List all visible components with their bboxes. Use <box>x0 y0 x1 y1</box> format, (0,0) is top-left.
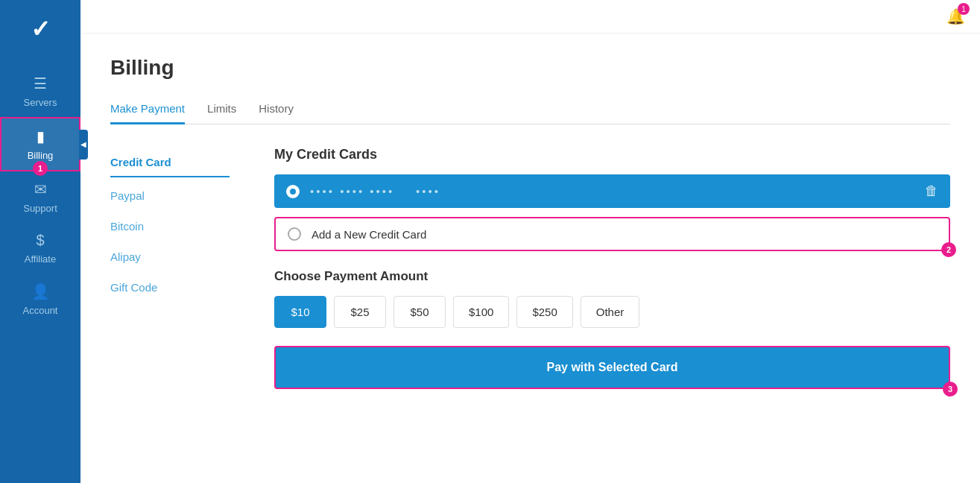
sidebar-item-label: Account <box>23 305 58 316</box>
amount-btn-25[interactable]: $25 <box>334 296 386 328</box>
amount-btn-50[interactable]: $50 <box>393 296 446 328</box>
amount-btn-100[interactable]: $100 <box>453 296 509 328</box>
account-icon: 👤 <box>31 282 50 300</box>
pay-button[interactable]: Pay with Selected Card <box>274 346 950 389</box>
sidebar-item-label: Servers <box>24 97 57 108</box>
payment-method-gift-code[interactable]: Gift Code <box>110 272 230 303</box>
add-card-badge: 2 <box>941 242 956 257</box>
amount-btn-10[interactable]: $10 <box>274 296 326 328</box>
payment-method-bitcoin[interactable]: Bitcoin <box>110 211 230 242</box>
tab-history[interactable]: History <box>259 95 294 124</box>
sidebar-item-support[interactable]: ✉ Support <box>0 171 80 223</box>
topbar: 🔔 1 <box>80 0 980 34</box>
billing-icon: ▮ <box>37 127 45 145</box>
main-content: 🔔 1 Billing Make Payment Limits History … <box>80 0 980 483</box>
tab-make-payment[interactable]: Make Payment <box>110 95 185 124</box>
logo: ✓ <box>23 7 58 51</box>
tabs: Make Payment Limits History <box>110 95 950 124</box>
add-card-radio <box>288 227 301 241</box>
sidebar-collapse-arrow[interactable]: ◀ <box>79 130 88 160</box>
pay-badge: 3 <box>943 382 958 397</box>
sidebar-item-billing[interactable]: ▮ Billing 1 ◀ <box>0 117 80 171</box>
sidebar-item-account[interactable]: 👤 Account <box>0 274 80 325</box>
payment-right: My Credit Cards •••• •••• •••• •••• 🗑 Ad… <box>274 147 950 461</box>
my-credit-cards-title: My Credit Cards <box>274 147 950 162</box>
amount-btn-250[interactable]: $250 <box>516 296 572 328</box>
billing-layout: Credit Card Paypal Bitcoin Alipay Gift C… <box>110 147 950 461</box>
pay-button-wrapper: Pay with Selected Card 3 <box>274 346 950 389</box>
page-content: Billing Make Payment Limits History Cred… <box>80 34 980 483</box>
payment-method-paypal[interactable]: Paypal <box>110 180 230 211</box>
sidebar-item-label: Billing <box>28 150 54 161</box>
sidebar-item-servers[interactable]: ☰ Servers <box>0 66 80 117</box>
tab-limits[interactable]: Limits <box>207 95 236 124</box>
add-card-row[interactable]: Add a New Credit Card 2 <box>274 217 950 251</box>
payment-amount-title: Choose Payment Amount <box>274 269 950 284</box>
notification-badge: 1 <box>958 3 970 15</box>
sidebar-item-label: Affiliate <box>25 253 56 265</box>
payment-method-credit-card[interactable]: Credit Card <box>110 147 230 177</box>
page-title: Billing <box>110 56 950 80</box>
sidebar-item-label: Support <box>23 203 57 214</box>
credit-card-radio <box>286 185 300 198</box>
add-card-label: Add a New Credit Card <box>312 228 426 241</box>
payment-methods-list: Credit Card Paypal Bitcoin Alipay Gift C… <box>110 147 230 461</box>
amount-buttons: $10 $25 $50 $100 $250 Other <box>274 296 950 328</box>
sidebar: ✓ ☰ Servers ▮ Billing 1 ◀ ✉ Support $ Af… <box>0 0 80 483</box>
notification-bell[interactable]: 🔔 1 <box>946 7 965 25</box>
payment-method-alipay[interactable]: Alipay <box>110 242 230 272</box>
delete-card-button[interactable]: 🗑 <box>925 183 938 199</box>
amount-btn-other[interactable]: Other <box>581 296 640 328</box>
credit-card-row[interactable]: •••• •••• •••• •••• 🗑 <box>274 174 950 208</box>
radio-inner <box>290 189 296 195</box>
credit-card-number: •••• •••• •••• •••• <box>310 185 925 198</box>
sidebar-item-affiliate[interactable]: $ Affiliate <box>0 223 80 274</box>
affiliate-icon: $ <box>36 232 44 249</box>
support-icon: ✉ <box>34 180 47 198</box>
servers-icon: ☰ <box>34 75 47 92</box>
